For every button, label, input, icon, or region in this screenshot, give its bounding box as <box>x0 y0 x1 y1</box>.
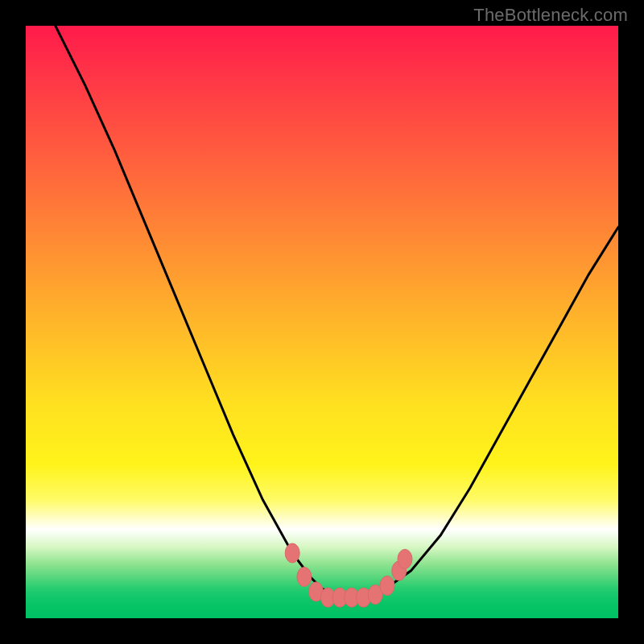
marker-point <box>380 576 394 596</box>
marker-point <box>285 543 299 563</box>
curve-svg <box>26 26 618 618</box>
marker-group <box>285 543 412 607</box>
marker-point <box>297 568 312 587</box>
plot-area <box>26 26 618 618</box>
bottleneck-curve <box>56 26 618 597</box>
chart-frame: TheBottleneck.com <box>0 0 644 644</box>
watermark-text: TheBottleneck.com <box>473 5 628 26</box>
marker-point <box>398 549 412 568</box>
